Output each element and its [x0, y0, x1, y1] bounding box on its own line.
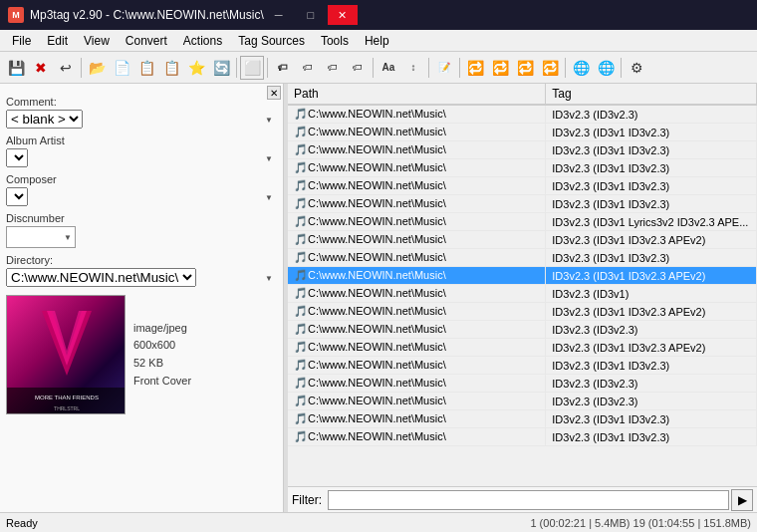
- table-row[interactable]: 🎵C:\www.NEOWIN.net\Music\ID3v2.3 (ID3v1 …: [288, 141, 757, 159]
- web-button1[interactable]: 🌐: [569, 56, 593, 80]
- cell-tag: ID3v2.3 (ID3v1 ID3v2.3): [546, 428, 757, 446]
- cell-path: 🎵C:\www.NEOWIN.net\Music\: [288, 105, 546, 124]
- cell-path: 🎵C:\www.NEOWIN.net\Music\: [288, 141, 546, 159]
- status-bar: Ready 1 (00:02:21 | 5.4MB) 19 (01:04:55 …: [0, 512, 757, 532]
- left-panel: ✕ Comment: < blank > Album Artist Compos…: [0, 84, 284, 512]
- menu-convert[interactable]: Convert: [118, 32, 175, 50]
- tag-web1[interactable]: 🏷: [271, 56, 295, 80]
- undo-button[interactable]: ↩: [54, 56, 78, 80]
- cell-path: 🎵C:\www.NEOWIN.net\Music\: [288, 177, 546, 195]
- cell-tag: ID3v2.3 (ID3v1 ID3v2.3): [546, 141, 757, 159]
- menu-tag-sources[interactable]: Tag Sources: [230, 32, 313, 50]
- file-table: Path Tag 🎵C:\www.NEOWIN.net\Music\ID3v2.…: [288, 84, 757, 486]
- menu-tools[interactable]: Tools: [313, 32, 357, 50]
- favorite-button[interactable]: ⭐: [184, 56, 208, 80]
- minimize-button[interactable]: ─: [264, 5, 294, 25]
- table-row[interactable]: 🎵C:\www.NEOWIN.net\Music\ID3v2.3 (ID3v1 …: [288, 231, 757, 249]
- remove-button[interactable]: ✖: [29, 56, 53, 80]
- convert3-button[interactable]: 🔁: [513, 56, 537, 80]
- table-row[interactable]: 🎵C:\www.NEOWIN.net\Music\ID3v2.3 (ID3v1 …: [288, 410, 757, 428]
- table-row[interactable]: 🎵C:\www.NEOWIN.net\Music\ID3v2.3 (ID3v1 …: [288, 195, 757, 213]
- sep8: [621, 58, 622, 78]
- art-size: 600x600: [133, 337, 191, 355]
- menu-edit[interactable]: Edit: [39, 32, 76, 50]
- cell-path: 🎵C:\www.NEOWIN.net\Music\: [288, 285, 546, 303]
- right-panel: Path Tag 🎵C:\www.NEOWIN.net\Music\ID3v2.…: [288, 84, 757, 512]
- menu-help[interactable]: Help: [357, 32, 397, 50]
- file-icon: 🎵: [294, 269, 308, 281]
- file-icon: 🎵: [294, 126, 308, 137]
- convert2-button[interactable]: 🔁: [488, 56, 512, 80]
- edit-tags-button[interactable]: 📝: [432, 56, 456, 80]
- convert1-button[interactable]: 🔁: [463, 56, 487, 80]
- art-filesize: 52 KB: [133, 355, 191, 373]
- composer-dropdown-wrap: [6, 187, 277, 206]
- col-header-tag[interactable]: Tag: [546, 84, 757, 105]
- cell-tag: ID3v2.3 (ID3v2.3): [546, 321, 757, 339]
- tag-web2[interactable]: 🏷: [296, 56, 320, 80]
- table-row[interactable]: 🎵C:\www.NEOWIN.net\Music\ID3v2.3 (ID3v1 …: [288, 249, 757, 267]
- convert4-button[interactable]: 🔁: [538, 56, 562, 80]
- case-button[interactable]: Aa: [377, 56, 400, 80]
- cell-path: 🎵C:\www.NEOWIN.net\Music\: [288, 231, 546, 249]
- table-row[interactable]: 🎵C:\www.NEOWIN.net\Music\ID3v2.3 (ID3v1 …: [288, 303, 757, 321]
- menu-file[interactable]: File: [4, 32, 39, 50]
- table-row[interactable]: 🎵C:\www.NEOWIN.net\Music\ID3v2.3 (ID3v1 …: [288, 428, 757, 446]
- file-icon: 🎵: [294, 305, 308, 317]
- cell-tag: ID3v2.3 (ID3v1 ID3v2.3): [546, 410, 757, 428]
- cell-tag: ID3v2.3 (ID3v2.3): [546, 105, 757, 124]
- save-button[interactable]: 💾: [4, 56, 28, 80]
- filter-go-button[interactable]: ▶: [731, 489, 753, 511]
- table-row[interactable]: 🎵C:\www.NEOWIN.net\Music\ID3v2.3 (ID3v1 …: [288, 267, 757, 285]
- tag-web4[interactable]: 🏷: [346, 56, 370, 80]
- file-icon: 🎵: [294, 108, 308, 120]
- cell-tag: ID3v2.3 (ID3v1 ID3v2.3 APEv2): [546, 303, 757, 321]
- directory-label: Directory:: [6, 254, 277, 266]
- discnumber-dropdown[interactable]: [6, 226, 76, 248]
- title-bar: M Mp3tag v2.90 - C:\www.NEOWIN.net\Music…: [0, 0, 757, 30]
- album-art-thumbnail[interactable]: MORE THAN FRIENDS THRLSTRL: [6, 295, 126, 414]
- sep6: [459, 58, 460, 78]
- close-button[interactable]: ✕: [328, 5, 358, 25]
- filter-input[interactable]: [328, 490, 729, 510]
- table-row[interactable]: 🎵C:\www.NEOWIN.net\Music\ID3v2.3 (ID3v2.…: [288, 105, 757, 124]
- composer-dropdown[interactable]: [6, 187, 28, 206]
- cell-tag: ID3v2.3 (ID3v1 ID3v2.3): [546, 159, 757, 177]
- paste-tag-button[interactable]: 📋: [159, 56, 183, 80]
- sort-button[interactable]: ↕: [401, 56, 425, 80]
- col-header-path[interactable]: Path: [288, 84, 546, 105]
- panel-close-button[interactable]: ✕: [267, 86, 281, 100]
- menu-actions[interactable]: Actions: [175, 32, 230, 50]
- table-row[interactable]: 🎵C:\www.NEOWIN.net\Music\ID3v2.3 (ID3v1 …: [288, 177, 757, 195]
- copy-tag-button[interactable]: 📋: [134, 56, 158, 80]
- open-files-button[interactable]: 📄: [110, 56, 133, 80]
- tag-web3[interactable]: 🏷: [321, 56, 345, 80]
- album-artist-dropdown[interactable]: [6, 148, 28, 167]
- cell-tag: ID3v2.3 (ID3v1 ID3v2.3): [546, 357, 757, 375]
- table-row[interactable]: 🎵C:\www.NEOWIN.net\Music\ID3v2.3 (ID3v2.…: [288, 375, 757, 393]
- table-row[interactable]: 🎵C:\www.NEOWIN.net\Music\ID3v2.3 (ID3v2.…: [288, 393, 757, 410]
- maximize-button[interactable]: □: [296, 5, 326, 25]
- directory-dropdown[interactable]: C:\www.NEOWIN.net\Music\: [6, 268, 196, 287]
- settings-button[interactable]: ⚙: [625, 56, 648, 80]
- table-row[interactable]: 🎵C:\www.NEOWIN.net\Music\ID3v2.3 (ID3v2.…: [288, 321, 757, 339]
- table-row[interactable]: 🎵C:\www.NEOWIN.net\Music\ID3v2.3 (ID3v1): [288, 285, 757, 303]
- cell-tag: ID3v2.3 (ID3v1 ID3v2.3 APEv2): [546, 339, 757, 357]
- table-row[interactable]: 🎵C:\www.NEOWIN.net\Music\ID3v2.3 (ID3v1 …: [288, 159, 757, 177]
- refresh-button[interactable]: 🔄: [209, 56, 233, 80]
- open-folder-button[interactable]: 📂: [85, 56, 109, 80]
- cell-tag: ID3v2.3 (ID3v2.3): [546, 375, 757, 393]
- web-button2[interactable]: 🌐: [594, 56, 618, 80]
- comment-label: Comment:: [6, 96, 277, 108]
- cell-tag: ID3v2.3 (ID3v1 ID3v2.3 APEv2): [546, 231, 757, 249]
- view-button[interactable]: ⬜: [240, 56, 264, 80]
- table-row[interactable]: 🎵C:\www.NEOWIN.net\Music\ID3v2.3 (ID3v1 …: [288, 124, 757, 141]
- table-row[interactable]: 🎵C:\www.NEOWIN.net\Music\ID3v2.3 (ID3v1 …: [288, 339, 757, 357]
- menu-view[interactable]: View: [76, 32, 118, 50]
- cell-tag: ID3v2.3 (ID3v1 ID3v2.3): [546, 177, 757, 195]
- comment-dropdown[interactable]: < blank >: [6, 110, 83, 129]
- table-row[interactable]: 🎵C:\www.NEOWIN.net\Music\ID3v2.3 (ID3v1 …: [288, 213, 757, 231]
- table-row[interactable]: 🎵C:\www.NEOWIN.net\Music\ID3v2.3 (ID3v1 …: [288, 357, 757, 375]
- album-artist-label: Album Artist: [6, 134, 277, 146]
- filter-label: Filter:: [292, 493, 322, 507]
